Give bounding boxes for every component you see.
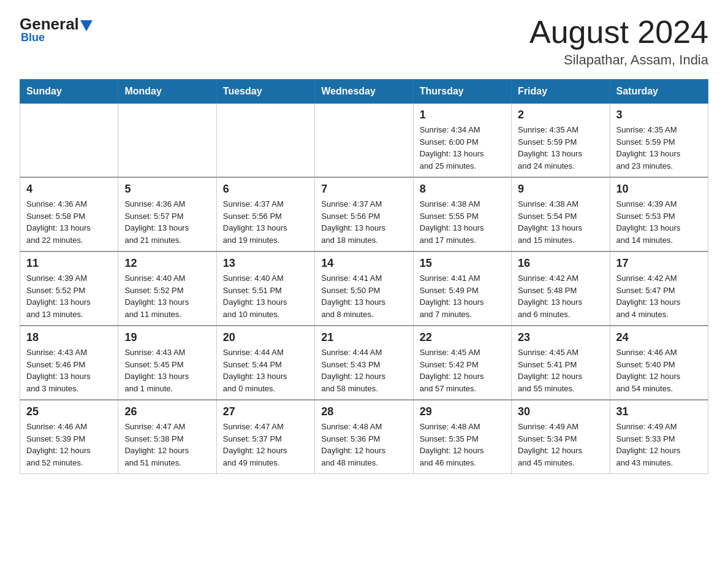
day-info: Sunrise: 4:39 AMSunset: 5:53 PMDaylight:… — [616, 198, 702, 246]
week-row-4: 18Sunrise: 4:43 AMSunset: 5:46 PMDayligh… — [20, 326, 708, 400]
day-info: Sunrise: 4:48 AMSunset: 5:35 PMDaylight:… — [420, 421, 505, 469]
day-number: 29 — [420, 405, 505, 418]
day-number: 23 — [518, 331, 603, 344]
day-number: 26 — [124, 405, 210, 418]
day-number: 27 — [223, 405, 308, 418]
day-number: 31 — [616, 405, 702, 418]
calendar-cell: 10Sunrise: 4:39 AMSunset: 5:53 PMDayligh… — [610, 177, 708, 251]
calendar-cell: 26Sunrise: 4:47 AMSunset: 5:38 PMDayligh… — [118, 400, 216, 474]
calendar-cell: 12Sunrise: 4:40 AMSunset: 5:52 PMDayligh… — [118, 251, 216, 326]
day-info: Sunrise: 4:41 AMSunset: 5:50 PMDaylight:… — [321, 272, 406, 320]
calendar-cell: 11Sunrise: 4:39 AMSunset: 5:52 PMDayligh… — [20, 251, 118, 326]
calendar-cell: 20Sunrise: 4:44 AMSunset: 5:44 PMDayligh… — [216, 326, 314, 400]
day-number: 13 — [223, 257, 308, 270]
day-number: 4 — [26, 183, 112, 196]
day-info: Sunrise: 4:46 AMSunset: 5:40 PMDaylight:… — [616, 347, 702, 394]
calendar-cell: 28Sunrise: 4:48 AMSunset: 5:36 PMDayligh… — [315, 400, 413, 474]
day-info: Sunrise: 4:44 AMSunset: 5:44 PMDaylight:… — [223, 347, 308, 394]
day-number: 18 — [26, 331, 112, 344]
day-number: 7 — [321, 183, 406, 196]
month-title: August 2024 — [529, 15, 708, 50]
page-header: General Blue August 2024 Silapathar, Ass… — [20, 15, 708, 68]
day-info: Sunrise: 4:35 AMSunset: 5:59 PMDaylight:… — [518, 124, 603, 172]
day-info: Sunrise: 4:37 AMSunset: 5:56 PMDaylight:… — [223, 198, 308, 246]
day-number: 30 — [518, 405, 603, 418]
day-info: Sunrise: 4:35 AMSunset: 5:59 PMDaylight:… — [616, 124, 702, 172]
calendar-cell: 3Sunrise: 4:35 AMSunset: 5:59 PMDaylight… — [610, 104, 708, 178]
day-number: 6 — [223, 183, 308, 196]
header-saturday: Saturday — [610, 80, 708, 104]
calendar-header-row: Sunday Monday Tuesday Wednesday Thursday… — [20, 80, 708, 104]
day-info: Sunrise: 4:38 AMSunset: 5:55 PMDaylight:… — [420, 198, 505, 246]
day-info: Sunrise: 4:45 AMSunset: 5:42 PMDaylight:… — [420, 347, 505, 394]
week-row-2: 4Sunrise: 4:36 AMSunset: 5:58 PMDaylight… — [20, 177, 708, 251]
day-info: Sunrise: 4:38 AMSunset: 5:54 PMDaylight:… — [518, 198, 603, 246]
header-friday: Friday — [512, 80, 610, 104]
calendar-cell: 5Sunrise: 4:36 AMSunset: 5:57 PMDaylight… — [118, 177, 216, 251]
day-number: 16 — [518, 257, 603, 270]
day-info: Sunrise: 4:45 AMSunset: 5:41 PMDaylight:… — [518, 347, 603, 394]
logo: General Blue — [20, 15, 93, 44]
day-info: Sunrise: 4:40 AMSunset: 5:52 PMDaylight:… — [124, 272, 210, 320]
day-info: Sunrise: 4:36 AMSunset: 5:57 PMDaylight:… — [124, 198, 210, 246]
calendar-title-area: August 2024 Silapathar, Assam, India — [529, 15, 708, 68]
calendar-cell: 29Sunrise: 4:48 AMSunset: 5:35 PMDayligh… — [413, 400, 511, 474]
calendar-cell: 16Sunrise: 4:42 AMSunset: 5:48 PMDayligh… — [512, 251, 610, 326]
calendar-cell — [20, 104, 118, 178]
calendar-cell — [118, 104, 216, 178]
day-info: Sunrise: 4:47 AMSunset: 5:38 PMDaylight:… — [124, 421, 210, 469]
day-number: 22 — [420, 331, 505, 344]
calendar-cell: 22Sunrise: 4:45 AMSunset: 5:42 PMDayligh… — [413, 326, 511, 400]
calendar-cell: 21Sunrise: 4:44 AMSunset: 5:43 PMDayligh… — [315, 326, 413, 400]
day-number: 10 — [616, 183, 702, 196]
calendar-cell: 7Sunrise: 4:37 AMSunset: 5:56 PMDaylight… — [315, 177, 413, 251]
header-monday: Monday — [118, 80, 216, 104]
day-info: Sunrise: 4:37 AMSunset: 5:56 PMDaylight:… — [321, 198, 406, 246]
calendar-cell: 24Sunrise: 4:46 AMSunset: 5:40 PMDayligh… — [610, 326, 708, 400]
day-info: Sunrise: 4:48 AMSunset: 5:36 PMDaylight:… — [321, 421, 406, 469]
calendar-table: Sunday Monday Tuesday Wednesday Thursday… — [20, 79, 708, 474]
day-number: 2 — [518, 109, 603, 121]
day-number: 9 — [518, 183, 603, 196]
week-row-3: 11Sunrise: 4:39 AMSunset: 5:52 PMDayligh… — [20, 251, 708, 326]
day-info: Sunrise: 4:43 AMSunset: 5:45 PMDaylight:… — [124, 347, 210, 394]
calendar-cell: 30Sunrise: 4:49 AMSunset: 5:34 PMDayligh… — [512, 400, 610, 474]
day-number: 8 — [420, 183, 505, 196]
calendar-cell: 31Sunrise: 4:49 AMSunset: 5:33 PMDayligh… — [610, 400, 708, 474]
header-tuesday: Tuesday — [216, 80, 314, 104]
logo-triangle-icon — [80, 20, 93, 31]
calendar-cell: 1Sunrise: 4:34 AMSunset: 6:00 PMDaylight… — [413, 104, 511, 178]
week-row-5: 25Sunrise: 4:46 AMSunset: 5:39 PMDayligh… — [20, 400, 708, 474]
day-info: Sunrise: 4:39 AMSunset: 5:52 PMDaylight:… — [26, 272, 112, 320]
day-info: Sunrise: 4:42 AMSunset: 5:48 PMDaylight:… — [518, 272, 603, 320]
calendar-cell: 4Sunrise: 4:36 AMSunset: 5:58 PMDaylight… — [20, 177, 118, 251]
day-number: 14 — [321, 257, 406, 270]
day-number: 20 — [223, 331, 308, 344]
day-info: Sunrise: 4:41 AMSunset: 5:49 PMDaylight:… — [420, 272, 505, 320]
header-wednesday: Wednesday — [315, 80, 413, 104]
calendar-cell: 27Sunrise: 4:47 AMSunset: 5:37 PMDayligh… — [216, 400, 314, 474]
day-number: 25 — [26, 405, 112, 418]
day-number: 21 — [321, 331, 406, 344]
day-number: 5 — [124, 183, 210, 196]
calendar-cell: 2Sunrise: 4:35 AMSunset: 5:59 PMDaylight… — [512, 104, 610, 178]
day-info: Sunrise: 4:49 AMSunset: 5:34 PMDaylight:… — [518, 421, 603, 469]
calendar-cell: 18Sunrise: 4:43 AMSunset: 5:46 PMDayligh… — [20, 326, 118, 400]
day-number: 15 — [420, 257, 505, 270]
calendar-cell — [315, 104, 413, 178]
calendar-cell: 14Sunrise: 4:41 AMSunset: 5:50 PMDayligh… — [315, 251, 413, 326]
day-number: 12 — [124, 257, 210, 270]
calendar-cell: 8Sunrise: 4:38 AMSunset: 5:55 PMDaylight… — [413, 177, 511, 251]
header-thursday: Thursday — [413, 80, 511, 104]
logo-blue: Blue — [21, 31, 45, 44]
header-sunday: Sunday — [20, 80, 118, 104]
day-info: Sunrise: 4:34 AMSunset: 6:00 PMDaylight:… — [420, 124, 505, 172]
day-number: 11 — [26, 257, 112, 270]
day-info: Sunrise: 4:42 AMSunset: 5:47 PMDaylight:… — [616, 272, 702, 320]
day-number: 19 — [124, 331, 210, 344]
day-number: 28 — [321, 405, 406, 418]
week-row-1: 1Sunrise: 4:34 AMSunset: 6:00 PMDaylight… — [20, 104, 708, 178]
calendar-cell: 19Sunrise: 4:43 AMSunset: 5:45 PMDayligh… — [118, 326, 216, 400]
day-info: Sunrise: 4:43 AMSunset: 5:46 PMDaylight:… — [26, 347, 112, 394]
calendar-cell: 17Sunrise: 4:42 AMSunset: 5:47 PMDayligh… — [610, 251, 708, 326]
